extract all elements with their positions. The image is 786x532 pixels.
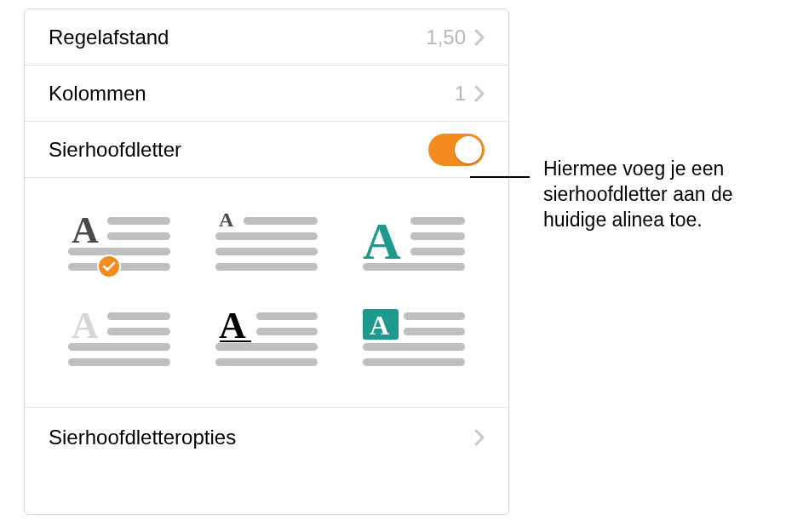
svg-rect-16 bbox=[107, 312, 170, 320]
svg-rect-13 bbox=[410, 248, 465, 255]
svg-rect-8 bbox=[215, 248, 318, 255]
drop-cap-style-3[interactable]: A bbox=[353, 212, 474, 273]
chevron-right-icon bbox=[474, 29, 485, 46]
drop-cap-row: Sierhoofdletter bbox=[25, 122, 508, 178]
svg-rect-23 bbox=[256, 328, 318, 335]
svg-rect-3 bbox=[68, 248, 170, 255]
svg-text:A: A bbox=[72, 307, 99, 346]
drop-cap-styles-grid: A A A bbox=[25, 178, 508, 408]
drop-cap-preview-icon: A bbox=[363, 307, 465, 369]
svg-rect-31 bbox=[363, 358, 465, 366]
drop-cap-style-6[interactable]: A bbox=[353, 307, 474, 369]
callout-text: Hiermee voeg je een sierhoofdletter aan … bbox=[543, 156, 777, 232]
drop-cap-preview-icon: A bbox=[215, 307, 318, 369]
svg-rect-7 bbox=[215, 232, 318, 240]
drop-cap-preview-icon: A bbox=[68, 307, 170, 369]
columns-row[interactable]: Kolommen 1 bbox=[25, 66, 508, 122]
svg-rect-9 bbox=[215, 263, 318, 271]
drop-cap-style-2[interactable]: A bbox=[206, 212, 328, 273]
line-spacing-value: 1,50 bbox=[426, 26, 466, 49]
svg-rect-11 bbox=[410, 217, 465, 225]
drop-cap-options-row[interactable]: Sierhoofdletteropties bbox=[25, 408, 508, 467]
svg-rect-2 bbox=[107, 232, 170, 240]
svg-rect-6 bbox=[244, 217, 318, 225]
svg-rect-29 bbox=[404, 328, 465, 335]
svg-rect-14 bbox=[363, 263, 465, 271]
drop-cap-label: Sierhoofdletter bbox=[49, 138, 428, 162]
chevron-right-icon bbox=[474, 429, 485, 446]
drop-cap-style-1[interactable]: A bbox=[59, 212, 181, 273]
svg-rect-18 bbox=[68, 343, 170, 351]
chevron-right-icon bbox=[474, 85, 485, 102]
callout-line bbox=[470, 176, 530, 178]
svg-text:A: A bbox=[72, 212, 99, 251]
drop-cap-options-label: Sierhoofdletteropties bbox=[49, 426, 474, 449]
toggle-knob bbox=[455, 136, 482, 163]
svg-rect-30 bbox=[363, 343, 465, 351]
svg-text:A: A bbox=[363, 212, 401, 270]
drop-cap-style-5[interactable]: A bbox=[206, 307, 328, 369]
check-badge-icon bbox=[97, 255, 121, 278]
svg-rect-24 bbox=[215, 343, 318, 351]
svg-rect-1 bbox=[107, 217, 170, 225]
columns-value: 1 bbox=[455, 82, 466, 106]
svg-rect-17 bbox=[107, 328, 170, 335]
line-spacing-row[interactable]: Regelafstand 1,50 bbox=[25, 9, 508, 66]
drop-cap-toggle[interactable] bbox=[428, 134, 485, 166]
svg-rect-22 bbox=[256, 312, 318, 320]
formatting-panel: Regelafstand 1,50 Kolommen 1 Sierhoofdle… bbox=[24, 9, 509, 515]
columns-label: Kolommen bbox=[49, 82, 455, 106]
svg-rect-19 bbox=[68, 358, 170, 366]
svg-rect-12 bbox=[410, 232, 465, 240]
svg-text:A: A bbox=[219, 212, 234, 231]
svg-rect-25 bbox=[215, 358, 318, 366]
line-spacing-label: Regelafstand bbox=[49, 26, 426, 49]
svg-text:A: A bbox=[370, 310, 389, 340]
drop-cap-preview-icon: A bbox=[215, 212, 318, 273]
drop-cap-style-4[interactable]: A bbox=[59, 307, 181, 369]
drop-cap-preview-icon: A bbox=[363, 212, 465, 273]
svg-rect-28 bbox=[404, 312, 465, 320]
